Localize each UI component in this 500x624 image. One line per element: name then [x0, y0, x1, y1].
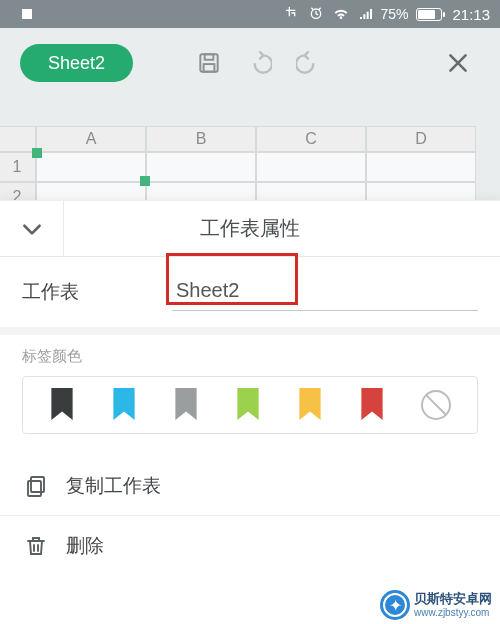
row-header[interactable]: 1 [0, 152, 36, 182]
corner-cell[interactable] [0, 126, 36, 152]
color-swatch-cyan[interactable] [111, 388, 137, 422]
delete-sheet-label: 删除 [66, 533, 104, 559]
copy-icon [22, 474, 50, 498]
sheet-name-label: 工作表 [22, 279, 172, 305]
sheet-properties-panel: 工作表属性 工作表 标签颜色 [0, 200, 500, 624]
watermark-title: 贝斯特安卓网 [414, 592, 492, 606]
watermark-url: www.zjbstyy.com [414, 607, 492, 618]
delete-sheet-button[interactable]: 删除 [0, 516, 500, 576]
tab-color-section: 标签颜色 [0, 335, 500, 434]
cell[interactable] [256, 152, 366, 182]
watermark: ✦ 贝斯特安卓网 www.zjbstyy.com [380, 590, 492, 620]
sheet-name-row: 工作表 [0, 257, 500, 335]
col-header[interactable]: A [36, 126, 146, 152]
svg-rect-2 [205, 54, 214, 59]
app-indicator-icon [22, 9, 32, 19]
cell[interactable] [146, 152, 256, 182]
copy-sheet-label: 复制工作表 [66, 473, 161, 499]
tab-color-label: 标签颜色 [22, 347, 478, 366]
color-swatch-black[interactable] [49, 388, 75, 422]
svg-rect-1 [201, 54, 218, 71]
close-icon[interactable] [436, 41, 480, 85]
battery-percent: 75% [380, 6, 408, 22]
trash-icon [22, 534, 50, 558]
color-swatch-none[interactable] [421, 390, 451, 420]
col-header[interactable]: C [256, 126, 366, 152]
color-swatch-yellow[interactable] [297, 388, 323, 422]
col-header[interactable]: D [366, 126, 476, 152]
collapse-panel-button[interactable] [0, 201, 64, 256]
toolbar: Sheet2 [0, 28, 500, 98]
svg-rect-3 [204, 64, 215, 72]
signal-icon [358, 5, 374, 24]
background-app: Sheet2 A B C D 1 2 [0, 28, 500, 200]
status-bar: 75% 21:13 [0, 0, 500, 28]
globe-icon: ✦ [380, 590, 410, 620]
cell-a1[interactable] [36, 152, 146, 182]
clock: 21:13 [452, 6, 490, 23]
redo-icon[interactable] [287, 41, 331, 85]
panel-title: 工作表属性 [64, 215, 500, 242]
alarm-icon [308, 5, 324, 24]
selection-outline [36, 152, 146, 182]
svg-rect-5 [28, 481, 41, 496]
sheet-tab-pill[interactable]: Sheet2 [20, 44, 133, 82]
color-swatch-gray[interactable] [173, 388, 199, 422]
wifi-icon [332, 4, 350, 25]
sheet-tab-label: Sheet2 [48, 53, 105, 74]
action-list: 复制工作表 删除 [0, 456, 500, 576]
copy-sheet-button[interactable]: 复制工作表 [0, 456, 500, 516]
sheet-name-input[interactable] [172, 273, 478, 311]
battery-icon [416, 8, 442, 21]
panel-header: 工作表属性 [0, 201, 500, 257]
svg-rect-4 [31, 477, 44, 492]
color-swatch-red[interactable] [359, 388, 385, 422]
crop-icon [284, 5, 300, 24]
cell[interactable] [366, 152, 476, 182]
undo-icon[interactable] [237, 41, 281, 85]
save-icon[interactable] [187, 41, 231, 85]
tab-color-row [22, 376, 478, 434]
color-swatch-green[interactable] [235, 388, 261, 422]
col-header[interactable]: B [146, 126, 256, 152]
